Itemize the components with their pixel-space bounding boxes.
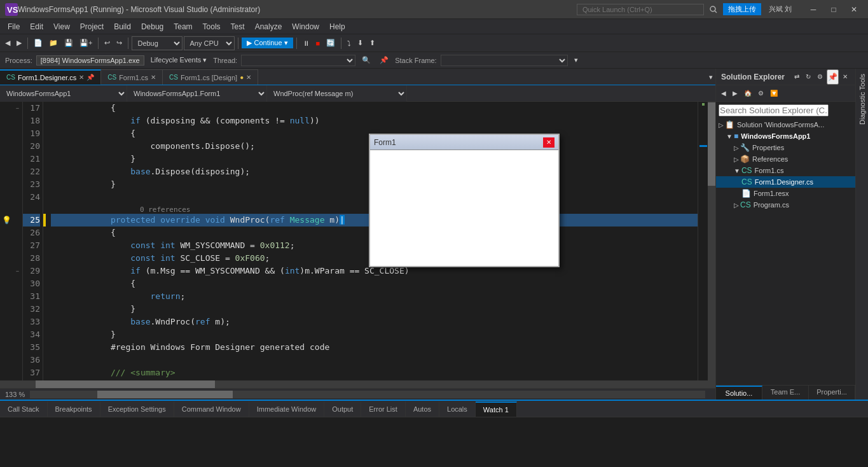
se-home-btn[interactable]: 🏠 [741, 86, 754, 101]
horizontal-scrollbar[interactable] [0, 380, 715, 388]
tab-form1-designer[interactable]: CS Form1.Designer.cs ✕ 📌 [0, 69, 101, 85]
continue-button[interactable]: ▶ Continue ▾ [242, 38, 293, 48]
thread-pin-btn[interactable]: 📌 [377, 53, 391, 68]
se-props-btn[interactable]: ⚙ [815, 69, 825, 85]
se-refresh-btn[interactable]: ↻ [803, 69, 813, 85]
vertical-scrollbar[interactable] [708, 102, 715, 380]
se-item-solution[interactable]: ▷ 📋 Solution 'WindowsFormsA... [716, 119, 855, 130]
menu-edit[interactable]: Edit [25, 21, 48, 32]
tab-close[interactable]: ✕ [79, 74, 84, 81]
menu-help[interactable]: Help [324, 21, 350, 32]
expand-17[interactable]: − [13, 102, 22, 115]
cpu-dropdown[interactable]: Any CPU [184, 36, 235, 50]
scroll-thumb[interactable] [708, 102, 715, 186]
menu-build[interactable]: Build [109, 21, 136, 32]
se-close-btn[interactable]: ✕ [840, 69, 850, 85]
form1designer-icon: CS [741, 178, 752, 186]
maximize-button[interactable]: □ [825, 3, 843, 16]
class-dropdown[interactable]: WindowsFormsApp1 [0, 85, 127, 102]
method-dropdown-2[interactable]: WndProc(ref Message m) [267, 85, 407, 102]
debug-config-dropdown[interactable]: Debug [132, 36, 183, 50]
restart-button[interactable]: 🔄 [324, 36, 338, 51]
se-item-programcs[interactable]: ▷ CS Program.cs [716, 199, 855, 211]
quick-launch-input[interactable] [577, 4, 704, 15]
stop-button[interactable]: ■ [313, 36, 323, 51]
menu-tools[interactable]: Tools [198, 21, 226, 32]
tab-icon-2: CS [107, 74, 116, 81]
code-line-33: base.WndProc(ref m); [51, 316, 698, 328]
se-item-properties[interactable]: ▷ 🔧 Properties [716, 142, 855, 153]
menu-file[interactable]: File [3, 21, 25, 32]
se-pin-btn[interactable]: 📌 [827, 69, 839, 85]
form1resx-label: Form1.resx [754, 190, 789, 197]
tab-dropdown-btn[interactable]: ▾ [706, 69, 715, 85]
se-filter-btn[interactable]: 🔽 [768, 86, 780, 101]
form1-window[interactable]: Form1 ✕ [369, 134, 560, 267]
se-item-form1resx[interactable]: 📄 Form1.resx [716, 188, 855, 199]
menu-test[interactable]: Test [226, 21, 250, 32]
se-item-references[interactable]: ▷ 📦 References [716, 153, 855, 165]
se-sync-btn[interactable]: ⇄ [792, 69, 802, 85]
se-item-project[interactable]: ▼ ■ WindowsFormsApp1 [716, 130, 855, 142]
tab-exception-settings[interactable]: Exception Settings [100, 401, 174, 417]
tab-close-2[interactable]: ✕ [151, 74, 156, 81]
step-into-button[interactable]: ⬇ [355, 36, 366, 51]
menu-view[interactable]: View [48, 21, 75, 32]
method-dropdown-1[interactable]: WindowsFormsApp1.Form1 [127, 85, 267, 102]
close-button[interactable]: ✕ [845, 3, 863, 16]
tab-command-window[interactable]: Command Window [174, 401, 249, 417]
se-forward-btn[interactable]: ▶ [730, 86, 740, 101]
lifecycle-dropdown[interactable]: Lifecycle Events ▾ [148, 53, 210, 68]
menu-analyze[interactable]: Analyze [250, 21, 287, 32]
tab-output[interactable]: Output [324, 401, 361, 417]
h-scroll-thumb[interactable] [36, 380, 214, 388]
se-tab-solution[interactable]: Solutio... [716, 386, 762, 400]
se-item-form1designer[interactable]: CS Form1.Designer.cs [716, 176, 855, 188]
tab-close-3[interactable]: ✕ [246, 74, 251, 81]
step-out-button[interactable]: ⬆ [367, 36, 378, 51]
step-over-button[interactable]: ⤵ [345, 36, 354, 51]
menu-debug[interactable]: Debug [136, 21, 169, 32]
back-button[interactable]: ◀ [3, 36, 13, 51]
code-editor[interactable]: Form1 ✕ 💡 [0, 102, 715, 380]
tab-locals[interactable]: Locals [439, 401, 476, 417]
se-tab-team[interactable]: Team E... [762, 386, 809, 400]
open-button[interactable]: 📁 [46, 36, 60, 51]
save-all-button[interactable]: 💾+ [77, 36, 95, 51]
stack-frame-dropdown[interactable] [441, 55, 568, 66]
expand-27 [13, 239, 22, 252]
stack-frame-btn[interactable]: ▾ [572, 53, 581, 68]
tab-autos[interactable]: Autos [406, 401, 439, 417]
diagnostic-tools-label[interactable]: Diagnostic Tools [858, 69, 866, 130]
se-settings-btn[interactable]: ⚙ [755, 86, 766, 101]
menu-team[interactable]: Team [169, 21, 197, 32]
tab-immediate-window[interactable]: Immediate Window [249, 401, 325, 417]
tab-error-list[interactable]: Error List [361, 401, 406, 417]
h-scroll-area[interactable] [30, 391, 705, 398]
menu-project[interactable]: Project [75, 21, 109, 32]
undo-button[interactable]: ↩ [102, 36, 113, 51]
redo-button[interactable]: ↪ [114, 36, 125, 51]
upload-button[interactable]: 拖拽上传 [723, 3, 761, 15]
tab-pin[interactable]: 📌 [86, 74, 94, 81]
tab-form1-design[interactable]: CS Form1.cs [Design] ● ✕ [163, 69, 258, 85]
form1-close-button[interactable]: ✕ [543, 137, 555, 148]
tab-form1[interactable]: CS Form1.cs ✕ [101, 69, 163, 85]
menu-window[interactable]: Window [287, 21, 324, 32]
se-back-btn[interactable]: ◀ [719, 86, 729, 101]
se-item-form1cs[interactable]: ▼ CS Form1.cs [716, 165, 855, 176]
new-button[interactable]: 📄 [31, 36, 45, 51]
se-search-input[interactable] [719, 104, 829, 116]
forward-button[interactable]: ▶ [14, 36, 24, 51]
save-button[interactable]: 💾 [62, 36, 76, 51]
se-tab-properties[interactable]: Properti... [809, 386, 855, 400]
expand-29[interactable]: − [13, 265, 22, 277]
minimize-button[interactable]: ─ [804, 3, 822, 16]
tab-watch1[interactable]: Watch 1 [476, 401, 517, 417]
thread-filter-btn[interactable]: 🔍 [359, 53, 373, 68]
pause-button[interactable]: ⏸ [300, 36, 312, 51]
thread-dropdown[interactable] [241, 55, 355, 66]
tab-call-stack[interactable]: Call Stack [0, 401, 48, 417]
h-scroll-thumb-2[interactable] [97, 391, 232, 398]
tab-breakpoints[interactable]: Breakpoints [48, 401, 100, 417]
